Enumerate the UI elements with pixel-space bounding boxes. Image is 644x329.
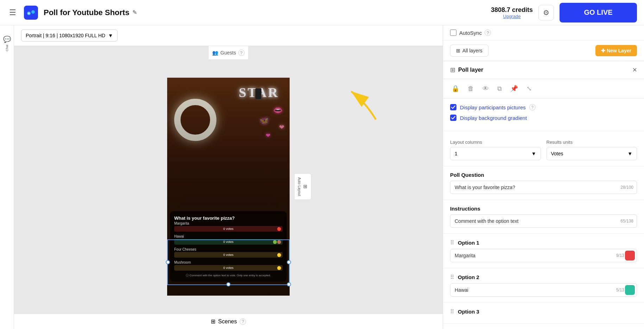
display-background-row: Display background gradient: [450, 115, 637, 121]
poll-layer-title: Poll layer: [458, 67, 630, 73]
option2-drag-icon[interactable]: ⠿: [450, 274, 454, 280]
layout-results-row: Layout columns 1 ▼ Results units Votes ▼: [450, 140, 637, 160]
left-panel: 💬 Chat: [0, 25, 14, 329]
pin-layer-button[interactable]: 📌: [509, 83, 519, 94]
guests-label: Guests: [220, 50, 236, 56]
upgrade-link[interactable]: Upgrade: [491, 14, 533, 19]
results-units-select[interactable]: Votes ▼: [547, 147, 637, 160]
instructions-wrap: 65/138: [450, 214, 637, 228]
poll-instruction: ⓘ Comment with the option text to vote. …: [174, 273, 283, 277]
auto-layout-label: Auto Layout: [297, 177, 301, 196]
results-units-group: Results units Votes ▼: [547, 140, 637, 160]
all-layers-button[interactable]: ⊞ All layers: [450, 45, 488, 57]
instructions-input[interactable]: [450, 214, 637, 228]
right-panel: AutoSync ? ⊞ All layers ✚ New Layer ⊞ Po…: [443, 25, 644, 329]
poll-canvas-question: What is your favorite pizza?: [174, 215, 283, 221]
layout-results-section: Layout columns 1 ▼ Results units Votes ▼: [443, 131, 644, 166]
option2-color-button[interactable]: [625, 285, 635, 295]
option3-header-row: ⠿ Option 3: [450, 308, 637, 315]
format-select[interactable]: Portrait | 9:16 | 1080x1920 FULL HD ▼: [21, 30, 118, 41]
delete-layer-button[interactable]: 🗑: [466, 84, 475, 94]
display-participants-label: Display participants pictures: [460, 104, 526, 110]
poll-layer-icon: ⊞: [450, 66, 455, 74]
option2-input-wrap: 5/13: [450, 283, 637, 297]
auto-layout-icon: ⊞: [303, 185, 308, 189]
option1-count: 9/13: [616, 253, 624, 258]
chat-icon: 💬: [3, 36, 11, 43]
guests-bar[interactable]: 👥 Guests ?: [209, 46, 248, 60]
poll-question-count: 28/100: [620, 185, 633, 190]
guests-help-icon: ?: [238, 50, 245, 56]
poll-layer-header: ⊞ Poll layer ×: [443, 61, 644, 79]
poll-overlay: What is your favorite pizza? Margarita 0…: [170, 211, 287, 282]
display-participants-checkbox[interactable]: [450, 104, 456, 110]
option2-count: 5/13: [616, 288, 624, 292]
canvas-area: STAR 👄 🦋 ❤ ❤ What is your favorite pizza…: [14, 60, 443, 314]
settings-button[interactable]: ⚙: [538, 5, 554, 20]
poll-question-input[interactable]: [450, 181, 637, 194]
svg-rect-0: [24, 6, 38, 20]
layer-actions-toolbar: 🔒 🗑 👁 ⧉ 📌 ⤡: [443, 79, 644, 98]
guests-icon: 👥: [212, 50, 218, 56]
scenes-help-icon: ?: [240, 318, 246, 325]
menu-button[interactable]: ☰: [7, 1, 18, 24]
layout-columns-value: 1: [455, 151, 457, 156]
option3-label: Option 3: [458, 309, 479, 315]
poll-option-margarita: Margarita 0 votes 🔴: [174, 221, 283, 232]
go-live-button[interactable]: GO LIVE: [560, 3, 637, 22]
display-participants-row: Display participants pictures ?: [450, 104, 637, 110]
instructions-count: 65/138: [620, 219, 633, 224]
layout-columns-select[interactable]: 1 ▼: [450, 147, 541, 160]
close-poll-layer-button[interactable]: ×: [632, 65, 637, 75]
auto-layout-tab[interactable]: ⊞ Auto Layout: [294, 173, 311, 200]
lock-layer-button[interactable]: 🔒: [450, 83, 461, 94]
duplicate-layer-button[interactable]: ⧉: [496, 84, 503, 94]
layers-icon: ⊞: [456, 48, 460, 53]
option1-input[interactable]: [450, 249, 637, 262]
new-layer-button[interactable]: ✚ New Layer: [595, 45, 637, 56]
poll-option-mushroom: Mushroom 0 votes 🟡: [174, 260, 283, 271]
option3-drag-icon[interactable]: ⠿: [450, 308, 454, 315]
scenes-bar[interactable]: ⊞ Scenes ?: [14, 314, 443, 329]
svg-point-3: [28, 13, 30, 14]
credits-area: 3808.7 credits Upgrade: [491, 6, 533, 19]
display-background-label: Display background gradient: [460, 115, 527, 121]
visibility-layer-button[interactable]: 👁: [481, 84, 490, 94]
format-bar: Portrait | 9:16 | 1080x1920 FULL HD ▼: [14, 25, 443, 46]
canvas-wrapper: STAR 👄 🦋 ❤ ❤ What is your favorite pizza…: [167, 78, 290, 296]
autosync-checkbox[interactable]: [450, 30, 456, 36]
option1-color-button[interactable]: [625, 251, 635, 260]
autosync-row: AutoSync ?: [443, 25, 644, 40]
all-layers-label: All layers: [462, 48, 482, 53]
chevron-down-icon: ▼: [108, 33, 113, 38]
topbar: ☰ Poll for Youtube Shorts ✎ 3808.7 credi…: [0, 0, 644, 25]
center-panel: Portrait | 9:16 | 1080x1920 FULL HD ▼ 👥 …: [14, 25, 443, 329]
option1-drag-icon[interactable]: ⠿: [450, 239, 454, 246]
title-text: Poll for Youtube Shorts: [44, 8, 130, 17]
option2-input[interactable]: [450, 283, 637, 297]
scenes-label: Scenes: [218, 318, 237, 325]
chat-label: Chat: [5, 45, 9, 51]
instructions-section: Instructions 65/138: [443, 200, 644, 234]
option1-label: Option 1: [458, 240, 479, 246]
poll-option-hawai: Hawai 0 votes 🟢🟤: [174, 234, 283, 245]
option2-header-row: ⠿ Option 2: [450, 274, 637, 280]
results-units-chevron: ▼: [627, 151, 632, 156]
scenes-icon: ⊞: [211, 318, 215, 325]
display-background-checkbox[interactable]: [450, 115, 456, 121]
arrow-decoration: [344, 88, 383, 123]
credits-amount: 3808.7 credits: [491, 6, 533, 14]
edit-title-icon[interactable]: ✎: [132, 9, 137, 16]
option2-label: Option 2: [458, 274, 479, 280]
option1-input-wrap: 9/13: [450, 249, 637, 262]
layout-columns-label: Layout columns: [450, 140, 541, 145]
option1-header-row: ⠿ Option 1: [450, 239, 637, 246]
poll-option-four-cheeses: Four Cheeses 0 votes 🟡: [174, 247, 283, 258]
option1-section: ⠿ Option 1 9/13: [443, 234, 644, 268]
new-layer-label: ✚ New Layer: [601, 48, 631, 53]
layer-tabs: ⊞ All layers ✚ New Layer: [443, 40, 644, 61]
resize-layer-button[interactable]: ⤡: [525, 83, 533, 94]
layout-columns-group: Layout columns 1 ▼: [450, 140, 541, 160]
autosync-help-icon: ?: [485, 30, 491, 36]
chat-panel-button[interactable]: 💬 Chat: [1, 32, 13, 55]
